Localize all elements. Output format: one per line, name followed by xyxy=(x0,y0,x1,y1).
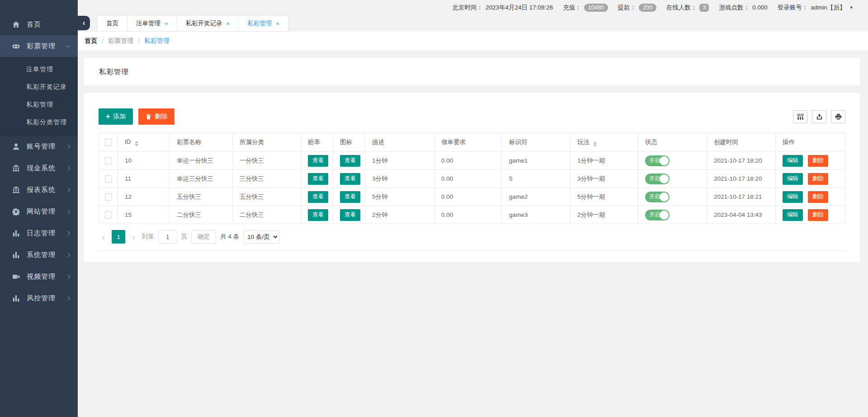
tab-注单管理[interactable]: 注单管理 × xyxy=(127,15,177,32)
view-icon-button[interactable]: 查看 xyxy=(340,155,360,167)
row-checkbox[interactable] xyxy=(105,211,112,219)
account-label: 登录账号： xyxy=(778,4,808,12)
account-menu[interactable]: 登录账号：admin【后】 ▾ xyxy=(778,4,853,12)
cell-requirement: 0.00 xyxy=(434,152,502,170)
status-toggle[interactable]: 开启 xyxy=(645,155,670,166)
tab-私彩开奖记录[interactable]: 私彩开奖记录 × xyxy=(177,15,239,32)
next-page-icon[interactable]: › xyxy=(129,233,137,241)
sidebar-subitem[interactable]: 注单管理 xyxy=(0,61,78,78)
close-icon[interactable]: × xyxy=(226,21,230,27)
sort-icon[interactable] xyxy=(593,141,597,147)
status-toggle-label: 开启 xyxy=(649,211,660,219)
edit-button[interactable]: 编辑 xyxy=(783,191,803,203)
table-row: 10 幸运一分快三 一分快三 查看 查看 1分钟 0.00 game1 1分钟一… xyxy=(99,152,846,170)
sidebar-item-label: 彩票管理 xyxy=(27,42,66,51)
user-icon xyxy=(12,143,20,150)
online-stat: 在线人数： 3 xyxy=(666,4,709,12)
chart-icon xyxy=(12,251,20,259)
account-value: admin【后】 xyxy=(811,4,845,12)
view-icon-button[interactable]: 查看 xyxy=(340,173,360,185)
print-button[interactable] xyxy=(831,110,845,123)
sidebar-subitem[interactable]: 私彩开奖记录 xyxy=(0,78,78,96)
tab-label: 私彩管理 xyxy=(247,19,272,28)
row-delete-button[interactable]: 删除 xyxy=(808,155,828,167)
toggle-knob xyxy=(660,192,669,201)
edit-button[interactable]: 编辑 xyxy=(783,209,803,221)
chart-icon xyxy=(12,295,20,302)
sidebar-item-account[interactable]: 账号管理 xyxy=(0,136,78,157)
sidebar-item-risk[interactable]: 风控管理 xyxy=(0,287,78,309)
column-header: 彩票名称 xyxy=(170,133,233,152)
sidebar-item-system[interactable]: 系统管理 xyxy=(0,244,78,266)
sidebar-item-label: 首页 xyxy=(27,20,70,29)
cell-desc: 1分钟 xyxy=(365,152,434,170)
select-all-checkbox[interactable] xyxy=(105,139,112,146)
row-delete-button[interactable]: 删除 xyxy=(808,209,828,221)
points-value: 0.000 xyxy=(752,4,768,11)
columns-filter-button[interactable] xyxy=(793,110,807,123)
view-odds-button[interactable]: 查看 xyxy=(308,173,328,185)
per-page-select[interactable]: 10 条/页 xyxy=(243,230,279,244)
table-toolbar: + 添加 删除 xyxy=(99,108,845,125)
print-icon xyxy=(835,113,842,120)
cell-id: 11 xyxy=(118,170,170,188)
breadcrumb: 首页/彩票管理/私彩管理 xyxy=(78,32,868,51)
goto-page-input[interactable] xyxy=(158,230,177,244)
breadcrumb-item[interactable]: 首页 xyxy=(85,37,97,45)
view-odds-button[interactable]: 查看 xyxy=(308,191,328,203)
chart-icon xyxy=(12,230,20,237)
edit-button[interactable]: 编辑 xyxy=(783,155,803,167)
sidebar-item-video[interactable]: 视频管理 xyxy=(0,266,78,287)
sidebar-item-home[interactable]: 首页 xyxy=(0,14,78,35)
row-checkbox[interactable] xyxy=(105,175,112,183)
row-delete-button[interactable]: 删除 xyxy=(808,191,828,203)
status-toggle[interactable]: 开启 xyxy=(645,173,670,184)
row-delete-button[interactable]: 删除 xyxy=(808,173,828,185)
view-odds-button[interactable]: 查看 xyxy=(308,209,328,221)
sidebar-item-label: 账号管理 xyxy=(27,142,66,151)
sidebar-subitem[interactable]: 私彩分类管理 xyxy=(0,113,78,131)
chevron-right-icon xyxy=(66,231,71,235)
sidebar-item-website[interactable]: 网站管理 xyxy=(0,201,78,222)
sidebar-collapse-button[interactable]: ‹ xyxy=(78,16,90,30)
chevron-down-icon xyxy=(66,43,71,47)
breadcrumb-item[interactable]: 彩票管理 xyxy=(108,37,133,45)
sidebar-item-label: 日志管理 xyxy=(27,229,66,238)
cell-requirement: 0.00 xyxy=(434,170,502,188)
row-checkbox[interactable] xyxy=(105,193,112,201)
export-button[interactable] xyxy=(812,110,826,123)
row-checkbox[interactable] xyxy=(105,157,112,164)
close-icon[interactable]: × xyxy=(276,21,279,27)
tab-私彩管理[interactable]: 私彩管理 × xyxy=(238,15,288,32)
add-button[interactable]: + 添加 xyxy=(99,108,133,125)
cell-desc: 2分钟 xyxy=(365,206,434,224)
close-icon[interactable]: × xyxy=(165,21,168,27)
view-icon-button[interactable]: 查看 xyxy=(340,209,360,221)
toggle-knob xyxy=(660,211,669,220)
tab-label: 首页 xyxy=(106,19,118,28)
sidebar-item-cash[interactable]: 现金系统 xyxy=(0,157,78,179)
goto-label: 到第 xyxy=(142,233,154,241)
view-icon-button[interactable]: 查看 xyxy=(340,191,360,203)
prev-page-icon[interactable]: ‹ xyxy=(99,233,108,241)
goto-confirm-button[interactable]: 确定 xyxy=(191,230,216,244)
status-toggle[interactable]: 开启 xyxy=(645,192,670,202)
withdraw-badge: 200 xyxy=(639,4,656,12)
page-number-current[interactable]: 1 xyxy=(112,230,125,244)
tab-首页[interactable]: 首页 xyxy=(97,15,127,32)
status-toggle[interactable]: 开启 xyxy=(645,210,670,220)
cell-play: 5分钟一期 xyxy=(571,188,638,206)
table-row: 15 二分快三 二分快三 查看 查看 2分钟 0.00 game3 2分钟一期 … xyxy=(99,206,846,224)
delete-button[interactable]: 删除 xyxy=(138,108,175,125)
sort-icon[interactable] xyxy=(135,141,138,146)
chevron-right-icon xyxy=(66,187,71,192)
sidebar-item-log[interactable]: 日志管理 xyxy=(0,222,78,244)
edit-button[interactable]: 编辑 xyxy=(783,173,803,185)
sidebar-item-report[interactable]: 报表系统 xyxy=(0,179,78,201)
chevron-right-icon xyxy=(66,209,71,214)
view-odds-button[interactable]: 查看 xyxy=(308,155,328,167)
page-title: 私彩管理 xyxy=(99,67,129,77)
withdraw-stat: 提款： 200 xyxy=(618,4,656,12)
sidebar-subitem[interactable]: 私彩管理 xyxy=(0,96,78,113)
sidebar-item-lottery[interactable]: 彩票管理 xyxy=(0,35,78,57)
